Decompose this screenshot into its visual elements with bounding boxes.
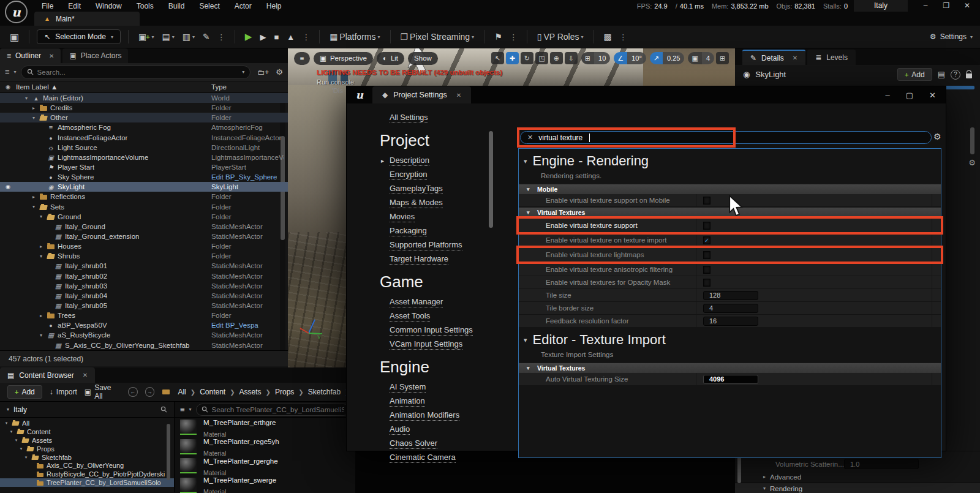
value-input[interactable]: 16 <box>703 317 758 326</box>
nav-item-link[interactable]: Asset Tools <box>390 311 430 322</box>
settings-section-header[interactable]: Editor - Texture Import Texture Import S… <box>519 328 941 363</box>
add-component-button[interactable]: + Add <box>897 68 932 81</box>
tree-root-header[interactable]: ▾ Italy <box>0 402 174 418</box>
actor-label[interactable]: Reflections <box>50 193 85 200</box>
editor-modes-button[interactable]: ✎ <box>200 32 213 42</box>
tab-place-actors[interactable]: ▣ Place Actors <box>62 48 128 63</box>
select-tool-icon[interactable]: ↖ <box>491 52 504 64</box>
asset-row[interactable]: M_TreePlanter_rgergheMaterial <box>175 456 355 476</box>
value-input[interactable]: 128 <box>703 291 758 300</box>
virtual-camera-icon[interactable]: ▩ <box>601 32 614 42</box>
actor-type[interactable]: StaticMeshActor <box>211 302 263 309</box>
outliner-row[interactable]: Italy_shrub01 StaticMeshActor <box>0 261 288 271</box>
expand-arrow-icon[interactable] <box>38 333 44 338</box>
kebab-icon[interactable]: ⋮ <box>300 32 312 42</box>
expand-arrow-icon[interactable] <box>38 254 44 259</box>
perspective-dropdown[interactable]: ▣Perspective <box>314 52 373 65</box>
visibility-eye-icon[interactable] <box>0 303 16 309</box>
back-icon[interactable]: ← <box>128 387 138 397</box>
eye-icon[interactable]: ◉ <box>0 84 16 90</box>
actor-label[interactable]: Italy_shrub03 <box>65 282 107 290</box>
actor-type[interactable]: World <box>211 94 230 102</box>
visibility-eye-icon[interactable] <box>0 105 16 111</box>
visibility-eye-icon[interactable] <box>0 312 16 318</box>
actor-type[interactable]: Folder <box>211 104 232 111</box>
nav-item-link[interactable]: Common Input Settings <box>390 325 473 336</box>
forward-icon[interactable]: → <box>145 387 155 397</box>
show-dropdown[interactable]: Show <box>408 52 438 65</box>
actor-type[interactable]: StaticMeshActor <box>211 342 263 349</box>
visibility-eye-icon[interactable] <box>0 233 16 239</box>
folder-tree-row[interactable]: RustyBicycle_CC_by_PiotrPjotDyderski <box>0 470 174 478</box>
advanced-section[interactable]: ▸ Advanced <box>735 471 980 483</box>
filter-icon[interactable]: ≡ <box>180 405 185 414</box>
scrollbar-thumb[interactable] <box>167 424 170 480</box>
scrollbar-thumb[interactable] <box>489 131 493 228</box>
outliner-row[interactable]: InstancedFoliageActor InstancedFoliageAc… <box>0 133 288 143</box>
actor-label[interactable]: Sky Sphere <box>58 173 94 181</box>
outliner-row[interactable]: LightmassImportanceVolume LightmassImpor… <box>0 152 288 162</box>
chevron-down-icon[interactable]: ▾ <box>189 407 192 412</box>
kebab-icon[interactable]: ⋮ <box>508 32 519 42</box>
visibility-eye-icon[interactable] <box>0 95 16 101</box>
checkbox[interactable] <box>703 251 710 259</box>
actor-label[interactable]: LightmassImportanceVolume <box>58 154 148 161</box>
blueprints-button[interactable]: ▤▾ <box>160 32 177 42</box>
visibility-eye-icon[interactable] <box>0 145 16 151</box>
settings-search-input[interactable] <box>538 134 590 142</box>
expand-arrow-icon[interactable] <box>23 455 29 460</box>
breadcrumb-item[interactable]: Content❯ <box>200 388 235 396</box>
outliner-row[interactable]: Italy_Ground_extension StaticMeshActor <box>0 231 288 241</box>
actor-type[interactable]: StaticMeshActor <box>211 233 263 240</box>
chevron-down-icon[interactable]: ▾ <box>14 69 17 75</box>
lock-icon[interactable] <box>966 73 972 78</box>
asset-name[interactable]: M_TreePlanter_erthgre <box>203 419 276 426</box>
visibility-eye-icon[interactable] <box>0 154 16 160</box>
level-tab-main[interactable]: ▲ Main* <box>34 12 140 26</box>
expand-arrow-icon[interactable] <box>31 194 37 200</box>
nav-item-link[interactable]: Packaging <box>390 226 427 236</box>
asset-search-input[interactable] <box>212 406 344 413</box>
asset-name[interactable]: M_TreePlanter_rege5yh <box>203 438 279 445</box>
search-icon[interactable] <box>160 406 167 413</box>
menu-item[interactable]: Help <box>259 1 289 11</box>
folder-label[interactable]: Props <box>37 445 55 453</box>
add-actor-button[interactable]: ▣+▾ <box>136 32 157 42</box>
close-icon[interactable]: ✕ <box>49 53 54 59</box>
minimize-button[interactable]: – <box>886 91 890 100</box>
checkbox[interactable] <box>703 266 710 274</box>
gear-icon[interactable]: ⚙ <box>933 132 941 141</box>
actor-label[interactable]: Atmospheric Fog <box>58 124 111 131</box>
scrollbar-thumb[interactable] <box>970 127 974 154</box>
stop-button[interactable]: ■ <box>271 32 281 42</box>
actor-type[interactable]: Edit BP_Sky_Sphere <box>211 173 277 181</box>
column-item-label[interactable]: Item Label ▲ <box>16 83 58 91</box>
visibility-eye-icon[interactable] <box>0 224 16 230</box>
actor-type[interactable]: StaticMeshActor <box>211 262 263 269</box>
material-thumbnail[interactable] <box>180 420 197 435</box>
outliner-row[interactable]: Italy_shrub05 StaticMeshActor <box>0 301 288 310</box>
checkbox[interactable] <box>703 197 710 205</box>
tab-outliner[interactable]: ≡ Outliner ✕ <box>0 48 61 63</box>
actor-type[interactable]: Folder <box>211 193 232 200</box>
actor-label[interactable]: Italy_shrub01 <box>65 262 107 269</box>
outliner-row[interactable]: Ground Folder <box>0 212 288 222</box>
breadcrumb-item[interactable]: Sketchfab❯ <box>308 388 348 396</box>
expand-arrow-icon[interactable] <box>4 421 9 426</box>
nav-item-link[interactable]: Encryption <box>390 170 427 180</box>
actor-type[interactable]: Folder <box>211 243 232 250</box>
visibility-eye-icon[interactable] <box>0 164 16 170</box>
visibility-eye-icon[interactable] <box>0 293 16 299</box>
settings-group-header[interactable]: Virtual Textures <box>519 207 941 217</box>
breadcrumb-item[interactable]: Props❯ <box>275 388 304 396</box>
visibility-eye-icon[interactable] <box>0 115 16 121</box>
maximize-viewport-icon[interactable]: ⊞ <box>716 52 729 64</box>
menu-item[interactable]: Actor <box>227 1 259 11</box>
expand-arrow-icon[interactable] <box>13 438 19 443</box>
settings-section-header[interactable]: Engine - Rendering Rendering settings. <box>519 149 941 184</box>
nav-item-link[interactable]: Audio <box>390 424 410 435</box>
play-button[interactable]: ▶ <box>243 31 255 42</box>
nav-item-link[interactable]: Asset Manager <box>390 297 443 307</box>
move-tool-icon[interactable]: ✚ <box>506 52 519 64</box>
menu-item[interactable]: Build <box>161 1 192 11</box>
